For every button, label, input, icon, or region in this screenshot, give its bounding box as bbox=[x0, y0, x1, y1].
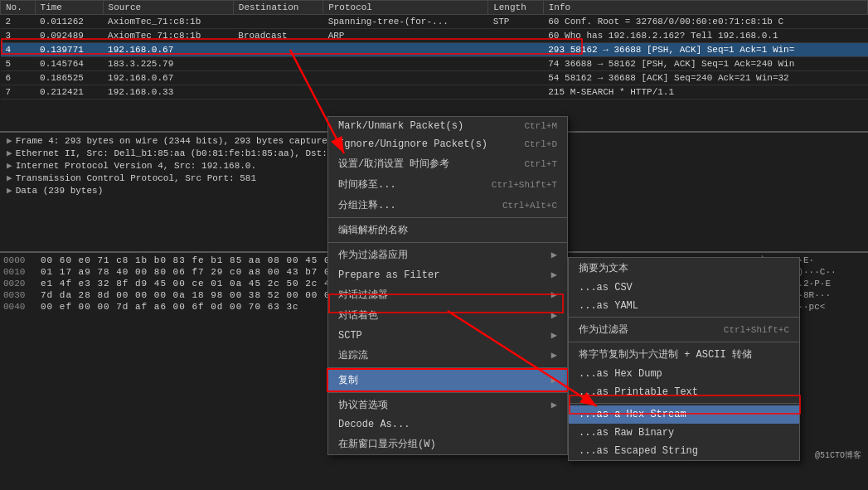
submenu-item[interactable]: 将字节复制为十六进制 + ASCII 转储 bbox=[569, 344, 799, 365]
submenu-item-label: ...as Raw Binary bbox=[579, 427, 674, 439]
expand-arrow: ▶ bbox=[7, 172, 12, 183]
cell-dst bbox=[233, 43, 322, 57]
table-header: No. Time Source Destination Protocol Len… bbox=[1, 1, 868, 15]
hex-offset: 0010 bbox=[3, 267, 41, 277]
submenu-item-label: ...as Hex Dump bbox=[579, 368, 662, 380]
menu-item[interactable]: 对话过滤器 ▶ bbox=[328, 284, 567, 305]
col-src: Source bbox=[103, 1, 233, 15]
submenu-item[interactable]: 摘要为文本 bbox=[569, 258, 799, 279]
table-row[interactable]: 4 0.139771 192.168.0.67 293 58162 → 3668… bbox=[1, 43, 868, 57]
col-dst: Destination bbox=[233, 1, 322, 15]
cell-dst bbox=[233, 85, 322, 99]
menu-item[interactable]: 编辑解析的名称 bbox=[328, 220, 567, 240]
menu-item-label: 对话过滤器 bbox=[338, 288, 388, 302]
cell-protocol bbox=[323, 57, 488, 71]
submenu-item[interactable]: ...as a Hex Stream bbox=[569, 405, 799, 424]
cell-protocol: Spanning-tree-(for-... bbox=[323, 15, 488, 29]
submenu-item-label: 作为过滤器 bbox=[579, 323, 628, 337]
menu-item[interactable]: SCTP ▶ bbox=[328, 326, 567, 345]
submenu-item[interactable]: ...as YAML bbox=[569, 297, 799, 315]
hex-offset: 0030 bbox=[3, 290, 41, 300]
expand-arrow: ▶ bbox=[7, 185, 12, 196]
menu-item[interactable]: 设置/取消设置 时间参考Ctrl+T bbox=[328, 153, 567, 174]
submenu-item[interactable]: ...as CSV bbox=[569, 279, 799, 297]
menu-item[interactable]: 分组注释...Ctrl+Alt+C bbox=[328, 195, 567, 216]
detail-label: Internet Protocol Version 4, Src: 192.16… bbox=[16, 161, 256, 171]
menu-item[interactable]: 对话着色 ▶ bbox=[328, 305, 567, 326]
menu-item[interactable]: 作为过滤器应用 ▶ bbox=[328, 245, 567, 265]
menu-shortcut: Ctrl+Alt+C bbox=[502, 201, 557, 211]
col-length: Length bbox=[488, 1, 544, 15]
expand-arrow: ▶ bbox=[7, 160, 12, 171]
cell-info: 74 36688 → 58162 [PSH, ACK] Seq=1 Ack=24… bbox=[543, 57, 867, 71]
cell-src: 192.168.0.33 bbox=[103, 85, 233, 99]
submenu-item-label: ...as CSV bbox=[579, 282, 633, 294]
submenu-item[interactable]: ...as Raw Binary bbox=[569, 424, 799, 442]
menu-item-label: 协议首选项 bbox=[338, 398, 388, 412]
menu-item-label: Prepare as Filter bbox=[338, 269, 439, 281]
cell-length bbox=[488, 29, 544, 43]
cell-no: 4 bbox=[1, 43, 36, 57]
menu-item-label: 作为过滤器应用 bbox=[338, 248, 408, 262]
table-row[interactable]: 5 0.145764 183.3.225.79 74 36688 → 58162… bbox=[1, 57, 868, 71]
menu-separator bbox=[328, 242, 567, 243]
submenu-item[interactable]: ...as Escaped String bbox=[569, 442, 799, 460]
table-row[interactable]: 2 0.011262 AxiomTec_71:c8:1b Spanning-tr… bbox=[1, 15, 868, 29]
submenu-arrow-icon: ▶ bbox=[551, 374, 557, 386]
menu-item-label: Mark/Unmark Packet(s) bbox=[338, 120, 463, 132]
menu-shortcut: Ctrl+M bbox=[524, 121, 557, 131]
submenu-item[interactable]: 作为过滤器Ctrl+Shift+C bbox=[569, 319, 799, 340]
menu-item[interactable]: 复制 ▶ bbox=[328, 370, 567, 391]
table-row[interactable]: 3 0.092489 AxiomTec 71:c8:1b Broadcast A… bbox=[1, 29, 868, 43]
cell-no: 6 bbox=[1, 71, 36, 85]
menu-item-label: SCTP bbox=[338, 330, 362, 342]
cell-info: 60 Conf. Root = 32768/0/00:60:e0:71:c8:1… bbox=[543, 15, 867, 29]
submenu-item-label: ...as Printable Text bbox=[579, 386, 698, 398]
submenu-arrow-icon: ▶ bbox=[551, 309, 557, 322]
submenu-item[interactable]: ...as Printable Text bbox=[569, 383, 799, 401]
cell-protocol bbox=[323, 71, 488, 85]
col-time: Time bbox=[35, 1, 103, 15]
table-row[interactable]: 6 0.186525 192.168.0.67 54 58162 → 36688… bbox=[1, 71, 868, 85]
cell-time: 0.011262 bbox=[35, 15, 103, 29]
submenu-arrow-icon: ▶ bbox=[551, 249, 557, 261]
col-no: No. bbox=[1, 1, 36, 15]
submenu-item-label: ...as a Hex Stream bbox=[579, 409, 686, 420]
cell-src: 192.168.0.67 bbox=[103, 43, 233, 57]
packet-table: No. Time Source Destination Protocol Len… bbox=[0, 0, 868, 99]
packet-list[interactable]: No. Time Source Destination Protocol Len… bbox=[0, 0, 868, 133]
watermark: @51CTO博客 bbox=[815, 449, 861, 461]
submenu-arrow-icon: ▶ bbox=[551, 399, 557, 411]
menu-item[interactable]: Prepare as Filter ▶ bbox=[328, 265, 567, 284]
detail-label: Transmission Control Protocol, Src Port:… bbox=[16, 173, 256, 183]
cell-time: 0.186525 bbox=[35, 71, 103, 85]
expand-arrow: ▶ bbox=[7, 135, 12, 146]
context-menu[interactable]: Mark/Unmark Packet(s)Ctrl+MIgnore/Unigno… bbox=[327, 116, 568, 455]
menu-item[interactable]: 时间移至...Ctrl+Shift+T bbox=[328, 174, 567, 195]
menu-item-label: 设置/取消设置 时间参考 bbox=[338, 157, 449, 171]
cell-length: STP bbox=[488, 15, 544, 29]
menu-item-label: 时间移至... bbox=[338, 177, 396, 192]
menu-shortcut: Ctrl+D bbox=[524, 139, 557, 149]
submenu-shortcut: Ctrl+Shift+C bbox=[724, 325, 789, 335]
menu-item[interactable]: Ignore/Unignore Packet(s)Ctrl+D bbox=[328, 135, 567, 153]
menu-shortcut: Ctrl+Shift+T bbox=[492, 180, 557, 190]
menu-item[interactable]: Mark/Unmark Packet(s)Ctrl+M bbox=[328, 117, 567, 135]
menu-item[interactable]: 在新窗口显示分组(W) bbox=[328, 434, 567, 454]
submenu-arrow-icon: ▶ bbox=[551, 269, 557, 281]
menu-item[interactable]: 协议首选项 ▶ bbox=[328, 395, 567, 415]
cell-no: 2 bbox=[1, 15, 36, 29]
table-row[interactable]: 7 0.212421 192.168.0.33 215 M-SEARCH * H… bbox=[1, 85, 868, 99]
menu-item[interactable]: 追踪流 ▶ bbox=[328, 345, 567, 366]
cell-time: 0.212421 bbox=[35, 85, 103, 99]
submenu-item[interactable]: ...as Hex Dump bbox=[569, 365, 799, 383]
menu-item-label: Ignore/Unignore Packet(s) bbox=[338, 138, 487, 150]
hex-offset: 0040 bbox=[3, 302, 41, 312]
cell-dst: Broadcast bbox=[233, 29, 322, 43]
expand-arrow: ▶ bbox=[7, 148, 12, 158]
menu-item[interactable]: Decode As... bbox=[328, 415, 567, 434]
submenu-separator bbox=[569, 342, 799, 342]
cell-length bbox=[488, 57, 544, 71]
submenu-copy[interactable]: 摘要为文本...as CSV...as YAML作为过滤器Ctrl+Shift+… bbox=[568, 257, 800, 461]
cell-time: 0.139771 bbox=[35, 43, 103, 57]
